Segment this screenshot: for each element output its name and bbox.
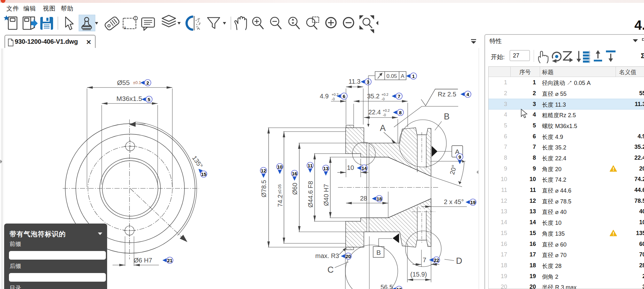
- svg-text:11.3: 11.3: [349, 78, 360, 85]
- svg-text:A: A: [124, 26, 126, 30]
- svg-text:9: 9: [459, 154, 461, 160]
- svg-text:21: 21: [167, 258, 173, 263]
- svg-text:Rz 2.5: Rz 2.5: [438, 91, 456, 98]
- svg-text:Ø6 H7: Ø6 H7: [134, 257, 152, 264]
- svg-text:4: 4: [467, 92, 469, 97]
- svg-text:6: 6: [343, 94, 345, 99]
- svg-text:28: 28: [360, 195, 367, 202]
- svg-text:22: 22: [434, 257, 439, 263]
- svg-text:4.9: 4.9: [320, 93, 329, 100]
- svg-text:Ø60: Ø60: [291, 183, 298, 195]
- svg-text:135°: 135°: [191, 155, 204, 170]
- svg-text:1: 1: [412, 73, 415, 79]
- svg-text:10: 10: [277, 164, 283, 170]
- svg-text:13: 13: [323, 166, 329, 171]
- svg-text:15: 15: [201, 171, 207, 177]
- svg-text:7: 7: [423, 256, 426, 263]
- svg-text:14: 14: [362, 165, 367, 171]
- svg-text:max. R3: max. R3: [315, 252, 339, 259]
- svg-text:(15.9): (15.9): [410, 271, 427, 278]
- svg-text:B: B: [444, 112, 450, 121]
- svg-text:±0.1: ±0.1: [133, 80, 141, 85]
- svg-text:16: 16: [292, 171, 297, 176]
- svg-text:35.2: 35.2: [367, 93, 380, 100]
- svg-text:+0.2: +0.2: [383, 109, 390, 112]
- svg-text:±0.05: ±0.05: [278, 184, 282, 194]
- svg-text:3: 3: [367, 79, 369, 85]
- svg-text:1: 1: [135, 17, 137, 20]
- svg-text:56.5: 56.5: [381, 284, 393, 289]
- svg-text:Ø55: Ø55: [117, 79, 130, 86]
- svg-text:-0: -0: [383, 113, 386, 117]
- svg-text:8: 8: [399, 110, 402, 115]
- svg-text:0.05: 0.05: [386, 73, 397, 79]
- svg-text:-0: -0: [332, 97, 335, 101]
- svg-text:C: C: [327, 265, 334, 275]
- svg-text:M36x1.5: M36x1.5: [116, 95, 142, 102]
- svg-text:D: D: [456, 256, 462, 266]
- svg-text:-0: -0: [381, 97, 385, 101]
- svg-text:20°: 20°: [449, 164, 458, 175]
- svg-text:10: 10: [347, 164, 354, 171]
- svg-text:A: A: [380, 123, 386, 133]
- svg-text:Ø78.5: Ø78.5: [260, 180, 267, 197]
- svg-text:Ø44.6 F8: Ø44.6 F8: [307, 181, 314, 208]
- svg-text:11: 11: [308, 163, 313, 168]
- svg-text:7: 7: [398, 94, 400, 99]
- svg-text:Ø40 H7: Ø40 H7: [323, 184, 330, 206]
- svg-text:74.2: 74.2: [277, 194, 284, 207]
- svg-text:5: 5: [148, 97, 150, 102]
- svg-text:2 x 45°: 2 x 45°: [444, 198, 464, 205]
- svg-text:2: 2: [146, 80, 149, 86]
- svg-text:22.4: 22.4: [368, 109, 381, 116]
- svg-text:A: A: [401, 73, 404, 79]
- svg-text:+0.2: +0.2: [381, 93, 389, 96]
- svg-text:20: 20: [346, 254, 351, 259]
- svg-text:19: 19: [470, 200, 476, 205]
- svg-text:18: 18: [377, 196, 382, 202]
- svg-text:17: 17: [397, 287, 402, 289]
- svg-text:12: 12: [261, 168, 266, 173]
- svg-text:B: B: [376, 249, 381, 256]
